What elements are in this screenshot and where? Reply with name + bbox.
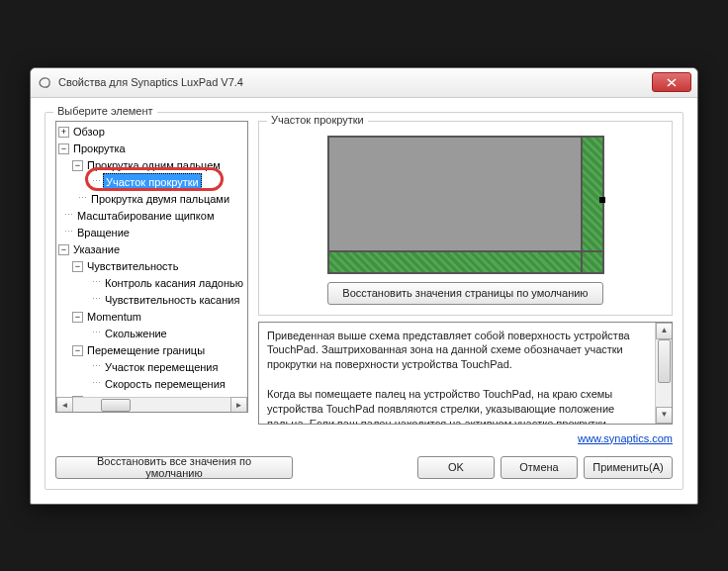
synaptics-link[interactable]: www.synaptics.com — [578, 432, 673, 444]
tree-container: +Обзор −Прокрутка −Прокрутка одним пальц… — [55, 121, 248, 413]
right-pane: Участок прокрутки Восстановить значения … — [258, 121, 673, 444]
ok-button[interactable]: OK — [417, 456, 495, 479]
preview-title: Участок прокрутки — [267, 114, 368, 126]
tree-leaf-icon: ⋯ — [92, 327, 101, 340]
tree-item-pointing[interactable]: −Указание — [58, 241, 247, 258]
titlebar[interactable]: Свойства для Synaptics LuxPad V7.4 — [31, 68, 697, 98]
scroll-up-icon[interactable]: ▲ — [656, 323, 673, 339]
collapse-icon[interactable]: − — [58, 143, 69, 154]
preview-panel: Участок прокрутки Восстановить значения … — [258, 121, 673, 316]
dialog-body: Выберите элемент +Обзор −Прокрутка −Прок… — [31, 98, 697, 504]
tree-item-onefinger[interactable]: −Прокрутка одним пальцем — [58, 157, 247, 174]
collapse-icon[interactable]: − — [72, 312, 83, 323]
restore-all-defaults-button[interactable]: Восстановить все значения по умолчанию — [55, 456, 293, 479]
link-row: www.synaptics.com — [258, 432, 673, 444]
cursor-indicator — [599, 197, 605, 203]
touchpad-diagram[interactable] — [327, 136, 604, 274]
tree-item-momentum[interactable]: −Momentum — [58, 309, 247, 326]
scroll-left-icon[interactable]: ◄ — [56, 397, 73, 413]
tree-item-sensitivity[interactable]: −Чувствительность — [58, 258, 247, 275]
scroll-thumb[interactable] — [101, 399, 131, 412]
scroll-down-icon[interactable]: ▼ — [656, 407, 673, 424]
description-text: Приведенная выше схема представляет собо… — [267, 329, 664, 425]
tree-item-glide[interactable]: ⋯Скольжение — [58, 326, 247, 342]
tree-item-scroll[interactable]: −Прокрутка — [58, 141, 247, 157]
scroll-right-icon[interactable]: ► — [230, 397, 247, 413]
app-icon — [37, 74, 52, 90]
tree-item-edge[interactable]: −Перемещение границы — [58, 342, 247, 359]
horizontal-scrollbar[interactable]: ◄ ► — [56, 397, 247, 413]
tree-leaf-icon: ⋯ — [92, 276, 101, 290]
element-group: Выберите элемент +Обзор −Прокрутка −Прок… — [45, 112, 683, 490]
tree-pane: +Обзор −Прокрутка −Прокрутка одним пальц… — [55, 121, 248, 444]
restore-page-defaults-button[interactable]: Восстановить значения страницы по умолча… — [327, 282, 602, 305]
scroll-track[interactable] — [656, 339, 672, 407]
apply-button[interactable]: Применить(A) — [584, 456, 673, 479]
scroll-zone-right[interactable] — [581, 138, 602, 252]
scroll-thumb[interactable] — [658, 339, 671, 383]
footer-buttons: Восстановить все значения по умолчанию O… — [55, 456, 673, 479]
tree-item-palm[interactable]: ⋯Контроль касания ладонью — [58, 275, 247, 292]
tree-item-overview[interactable]: +Обзор — [58, 124, 247, 141]
collapse-icon[interactable]: − — [58, 244, 69, 255]
collapse-icon[interactable]: − — [72, 261, 83, 272]
scroll-zone-corner[interactable] — [581, 250, 602, 272]
tree-leaf-icon: ⋯ — [92, 360, 101, 374]
tree-item-pinch[interactable]: ⋯Масштабирование щипком — [58, 208, 247, 225]
window-title: Свойства для Synaptics LuxPad V7.4 — [58, 76, 652, 88]
expand-icon[interactable]: + — [58, 127, 69, 138]
group-title: Выберите элемент — [53, 105, 157, 117]
tree-leaf-icon: ⋯ — [92, 175, 101, 189]
dialog-window: Свойства для Synaptics LuxPad V7.4 Выбер… — [30, 67, 698, 505]
scroll-zone-bottom[interactable] — [329, 250, 585, 272]
collapse-icon[interactable]: − — [72, 345, 83, 356]
tree-item-touchsens[interactable]: ⋯Чувствительность касания — [58, 292, 247, 309]
tree-item-twofinger[interactable]: ⋯Прокрутка двумя пальцами — [58, 191, 247, 208]
tree-item-edgespeed[interactable]: ⋯Скорость перемещения — [58, 376, 247, 393]
main-row: +Обзор −Прокрутка −Прокрутка одним пальц… — [55, 121, 673, 444]
tree-leaf-icon: ⋯ — [64, 226, 73, 239]
tree-item-rotate[interactable]: ⋯Вращение — [58, 225, 247, 241]
close-button[interactable] — [652, 72, 691, 92]
description-box: Приведенная выше схема представляет собо… — [258, 322, 673, 425]
tree-leaf-icon: ⋯ — [78, 192, 87, 206]
tree-leaf-icon: ⋯ — [64, 209, 73, 223]
tree-leaf-icon: ⋯ — [92, 293, 101, 307]
tree-item-edgearea[interactable]: ⋯Участок перемещения — [58, 359, 247, 376]
tree-leaf-icon: ⋯ — [92, 377, 101, 391]
tree-item-scroll-area[interactable]: ⋯Участок прокрутки — [58, 174, 247, 191]
collapse-icon[interactable]: − — [72, 160, 83, 171]
tree[interactable]: +Обзор −Прокрутка −Прокрутка одним пальц… — [56, 122, 247, 397]
cancel-button[interactable]: Отмена — [500, 456, 578, 479]
scroll-track[interactable] — [73, 397, 230, 413]
vertical-scrollbar[interactable]: ▲ ▼ — [655, 323, 672, 424]
